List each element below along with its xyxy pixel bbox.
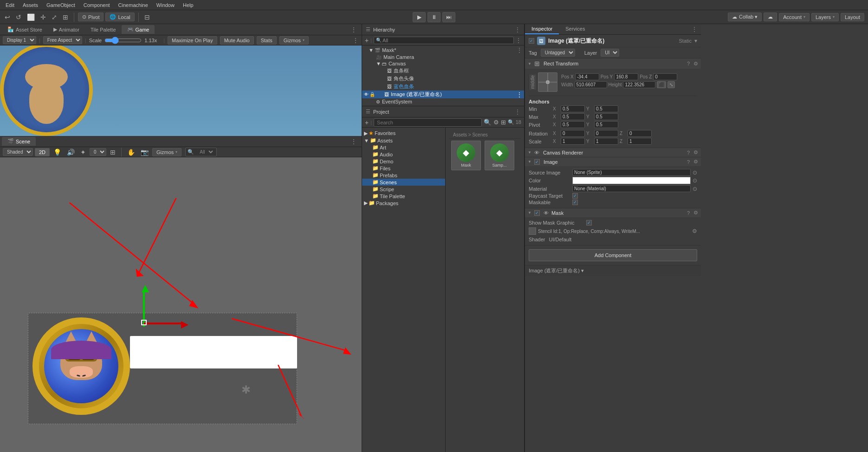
- scene-options-icon[interactable]: ⋮: [517, 47, 522, 53]
- tool-undo[interactable]: ↩: [3, 13, 12, 22]
- cloud-button[interactable]: ☁: [764, 13, 777, 21]
- menu-cinemachine[interactable]: Cinemachine: [115, 1, 152, 9]
- layer-select[interactable]: UI: [601, 49, 619, 57]
- hierarchy-panel-options[interactable]: ⋮: [516, 37, 521, 44]
- mask-help-icon[interactable]: ?: [687, 210, 690, 216]
- 2d-toggle[interactable]: 2D: [35, 148, 50, 156]
- menu-gameobject[interactable]: GameObject: [43, 1, 79, 9]
- tree-item-main-camera[interactable]: 🎥 Main Camera: [362, 54, 524, 60]
- anchor-max-y-input[interactable]: [594, 113, 618, 120]
- layers-button[interactable]: Layers ▾: [811, 13, 839, 21]
- canvas-renderer-header[interactable]: ▼ 👁 Canvas Renderer ? ⚙: [525, 148, 701, 157]
- scale-slider[interactable]: [104, 38, 142, 43]
- asset-maxk[interactable]: ◆ Maxk: [451, 141, 481, 170]
- project-layout-icon[interactable]: ⊞: [501, 119, 506, 126]
- stats-btn[interactable]: Stats: [257, 36, 277, 45]
- mask-enabled-checkbox[interactable]: ✓: [534, 210, 540, 216]
- pivot-x-input[interactable]: [561, 121, 585, 128]
- project-tree[interactable]: ▶ ★ Favorites ▼ 📁 Assets 📁: [362, 128, 446, 452]
- play-button[interactable]: ▶: [413, 12, 426, 22]
- tab-tile-palette[interactable]: Tile Palette: [85, 26, 122, 34]
- mute-audio-btn[interactable]: Mute Audio: [220, 36, 254, 45]
- pivot-y-input[interactable]: [594, 121, 618, 128]
- scene-audio-icon[interactable]: 🔊: [65, 148, 77, 157]
- project-tree-tile-palette[interactable]: 📁 Tile Palette: [362, 193, 445, 200]
- search-filter[interactable]: All: [196, 149, 214, 155]
- tree-item-canvas[interactable]: ▼ 🗃 Canvas: [362, 60, 524, 67]
- image-settings-icon[interactable]: ⚙: [693, 159, 698, 165]
- account-button[interactable]: Account ▾: [779, 13, 810, 21]
- tag-select[interactable]: Untagged: [541, 49, 575, 57]
- constraint-icon-btn[interactable]: ⬛: [657, 81, 666, 88]
- hierarchy-add-btn[interactable]: +: [365, 37, 369, 44]
- canvas-renderer-settings-icon[interactable]: ⚙: [693, 149, 698, 155]
- inspector-options-icon[interactable]: ⋮: [688, 24, 701, 34]
- tab-scene[interactable]: 🎬 Scene: [2, 137, 36, 146]
- scale-z-input[interactable]: [628, 138, 652, 145]
- scene-light-icon[interactable]: 💡: [52, 148, 63, 157]
- tree-item-blood-frame[interactable]: 🖼 血条框: [362, 67, 524, 75]
- pivot-button[interactable]: ⊙ Pivot: [78, 13, 104, 21]
- source-image-pick-btn[interactable]: ⊙: [693, 169, 697, 176]
- menu-help[interactable]: Help: [179, 1, 197, 9]
- tool-custom[interactable]: ⊞: [61, 13, 70, 22]
- show-mask-graphic-checkbox[interactable]: ✓: [586, 220, 592, 226]
- tool-redo[interactable]: ↺: [14, 13, 23, 22]
- image-section-header[interactable]: ▼ ✓ Image ? ⚙: [525, 157, 701, 166]
- anchor-max-x-input[interactable]: [561, 113, 585, 120]
- gizmos-btn[interactable]: Gizmos ▾: [279, 36, 309, 45]
- maximize-on-play-btn[interactable]: Maximize On Play: [168, 36, 217, 45]
- project-filter-icon[interactable]: ⚙: [493, 119, 499, 126]
- tab-asset-store[interactable]: 🏪 Asset Store: [2, 25, 48, 34]
- stencil-settings-icon[interactable]: ⚙: [692, 228, 697, 234]
- panel-options-icon[interactable]: ⋮: [350, 26, 360, 33]
- rot-x-input[interactable]: [561, 130, 585, 137]
- project-tree-art[interactable]: 📁 Art: [362, 144, 445, 151]
- rect-transform-settings-icon[interactable]: ⚙: [693, 61, 698, 67]
- grid-tool[interactable]: ⊟: [143, 13, 152, 22]
- project-search-input[interactable]: [374, 118, 482, 127]
- menu-assets[interactable]: Assets: [19, 1, 42, 9]
- scene-fx-icon[interactable]: ✦: [78, 148, 88, 157]
- project-options-icon[interactable]: ⋮: [515, 109, 520, 115]
- scale-x-input[interactable]: [561, 138, 585, 145]
- menu-edit[interactable]: Edit: [2, 1, 18, 9]
- project-search-icon[interactable]: 🔍: [484, 119, 492, 126]
- add-component-button[interactable]: Add Component: [529, 249, 697, 261]
- scene-content[interactable]: ✱: [0, 157, 362, 452]
- pause-button[interactable]: ⏸: [428, 12, 440, 22]
- game-panel-options[interactable]: ⋮: [352, 37, 359, 44]
- rect-transform-help-icon[interactable]: ?: [687, 61, 690, 66]
- project-tree-demo[interactable]: 📁 Demo: [362, 158, 445, 165]
- menu-component[interactable]: Component: [80, 1, 114, 9]
- item-options-icon[interactable]: ⋮: [517, 91, 522, 98]
- aspect-select[interactable]: Free Aspect: [43, 36, 82, 44]
- project-tree-packages[interactable]: ▶ 📁 Packages: [362, 200, 445, 207]
- mask-settings-icon[interactable]: ⚙: [693, 210, 698, 216]
- tab-game[interactable]: 🎮 Game: [122, 25, 155, 34]
- tab-services[interactable]: Services: [559, 24, 591, 34]
- stencil-swatch[interactable]: [529, 227, 536, 235]
- project-tree-scripe[interactable]: 📁 Scripe: [362, 186, 445, 193]
- scene-hand-icon[interactable]: ✋: [125, 148, 137, 157]
- object-active-checkbox[interactable]: ✓: [529, 38, 534, 44]
- image-enabled-checkbox[interactable]: ✓: [534, 159, 540, 165]
- project-tree-files[interactable]: 📁 Files: [362, 165, 445, 172]
- hierarchy-tree[interactable]: ▼ 🎬 Maxk* ⋮ 🎥 Main Camera ▼: [362, 45, 524, 106]
- material-pick-btn[interactable]: ⊙: [693, 186, 697, 192]
- anchor-preset-widget[interactable]: [538, 72, 557, 92]
- pos-z-input[interactable]: [653, 73, 677, 80]
- anchor-min-x-input[interactable]: [561, 105, 585, 112]
- tree-item-blue-hp[interactable]: 🖼 蓝色血条: [362, 83, 524, 90]
- rot-y-input[interactable]: [594, 130, 618, 137]
- tree-item-image-mask[interactable]: 👁 🔒 🖼 Image (遮罩/已重命名) ⋮: [362, 90, 524, 98]
- tab-animator[interactable]: ▶ Animator: [48, 25, 85, 34]
- pos-y-input[interactable]: [614, 73, 638, 80]
- collab-button[interactable]: ☁ Collab ▾: [728, 13, 762, 21]
- favorites-item[interactable]: ▶ ★ Favorites: [362, 129, 445, 137]
- menu-window[interactable]: Window: [153, 1, 178, 9]
- tool-rect[interactable]: ⬜: [25, 13, 37, 22]
- height-input[interactable]: [623, 81, 655, 88]
- tool-move[interactable]: ✛: [39, 13, 48, 22]
- display-select[interactable]: Display 1: [3, 36, 36, 44]
